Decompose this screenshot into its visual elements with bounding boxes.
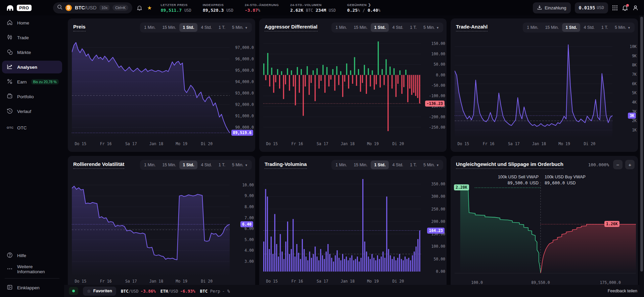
sidebar-item-hilfe[interactable]: Hilfe [2, 249, 62, 262]
tab-1min[interactable]: 1 Min. [523, 23, 542, 32]
zoom-in-button[interactable]: + [625, 160, 635, 169]
svg-text:8.00: 8.00 [244, 204, 254, 209]
ticker-btc-perp[interactable]: BTC Perp- % [200, 289, 230, 294]
sidebar-item-maerkte[interactable]: Märkte [2, 46, 62, 59]
tab-1min[interactable]: 1 Min. [141, 161, 159, 169]
tab-5min[interactable]: 5 Min.▼ [229, 161, 251, 169]
tab-1t[interactable]: 1 T. [407, 23, 420, 32]
svg-text:5.00: 5.00 [244, 237, 254, 242]
tab-15min[interactable]: 15 Min. [159, 161, 179, 169]
trade-anzahl-chart[interactable]: 10K9K8K7K6K5K4K3K2K1KDo 15Fr 16Sa 17Jan … [455, 35, 638, 148]
svg-text:Jan 18: Jan 18 [149, 279, 164, 284]
account-icon[interactable] [632, 5, 639, 11]
connection-status[interactable] [69, 287, 78, 295]
favorite-star-icon[interactable]: ★ [147, 5, 152, 11]
price-alert-bell-icon[interactable] [137, 5, 142, 11]
tab-4std[interactable]: 4 Std. [580, 23, 598, 32]
tab-1t[interactable]: 1 T. [215, 161, 229, 169]
apps-grid-icon[interactable] [612, 5, 618, 11]
sidebar-item-earn[interactable]: Earn Bis zu 20,78 % [2, 75, 62, 88]
scrollbar-thumb[interactable] [640, 17, 643, 272]
tab-5min[interactable]: 5 Min.▼ [420, 23, 443, 32]
tab-4std[interactable]: 4 Std. [197, 23, 215, 32]
sidebar-item-portfolio[interactable]: Portfolio [2, 90, 62, 103]
coins-icon [7, 49, 13, 56]
current-value-badge: 6.40 [240, 221, 253, 227]
tab-1min[interactable]: 1 Min. [141, 23, 159, 32]
tab-15min[interactable]: 15 Min. [159, 23, 179, 32]
aggressor-chart[interactable]: 150.00100.0050.000.00-50.00-100.00-150.0… [263, 35, 447, 148]
tab-5min[interactable]: 5 Min.▼ [420, 161, 443, 169]
svg-text:50.00: 50.00 [433, 257, 445, 261]
tab-1min[interactable]: 1 Min. [332, 161, 350, 169]
svg-text:Mo 19: Mo 19 [367, 279, 379, 284]
feedback-link[interactable]: Feedback teilen [608, 289, 637, 293]
tab-5min[interactable]: 5 Min.▼ [229, 23, 251, 32]
tab-15min[interactable]: 15 Min. [350, 23, 371, 32]
tab-5min[interactable]: 5 Min.▼ [611, 23, 634, 32]
svg-text:10K: 10K [630, 44, 637, 49]
ticker-eth-usd[interactable]: ETH/USD-6.93% [160, 289, 195, 294]
page-scrollbar[interactable] [639, 15, 644, 297]
tab-1std[interactable]: 1 Std. [179, 161, 197, 169]
sidebar-item-trade[interactable]: Trade [2, 31, 62, 44]
svg-text:92,000.0: 92,000.0 [235, 102, 254, 107]
pair-name: BTC/USD [75, 5, 96, 10]
wallet-icon [7, 93, 13, 100]
svg-text:Fr 16: Fr 16 [291, 141, 303, 146]
svg-text:250.00: 250.00 [431, 207, 445, 212]
svg-text:9.00: 9.00 [244, 193, 254, 198]
sidebar-item-otc[interactable]: OTC OTC [2, 121, 62, 134]
sidebar-collapse-button[interactable]: Einklappen [2, 281, 62, 294]
panel-trading-volumina: Trading-Volumina 1 Min.15 Min.1 Std.4 St… [259, 156, 447, 285]
tab-1std[interactable]: 1 Std. [562, 23, 580, 32]
sidebar-item-verlauf[interactable]: Verlauf [2, 105, 62, 118]
orderbook-depth-chart[interactable]: 100.089,550.0175,000.0 [455, 172, 638, 285]
tab-15min[interactable]: 15 Min. [350, 161, 371, 169]
brand[interactable]: PRO [6, 4, 53, 11]
sidebar-item-weitere-informationen[interactable]: Weitere Informationen [2, 263, 62, 276]
deposit-button[interactable]: Einzahlung [533, 2, 570, 13]
tab-1std[interactable]: 1 Std. [371, 161, 389, 169]
svg-text:Do 15: Do 15 [75, 141, 87, 146]
tab-1t[interactable]: 1 T. [407, 161, 420, 169]
tab-4std[interactable]: 4 Std. [197, 161, 215, 169]
chevron-down-icon: ▼ [436, 26, 439, 29]
pair-selector[interactable]: ₿ BTC/USD 10x Ctrl+K [53, 2, 132, 13]
svg-text:4K: 4K [632, 100, 637, 105]
preis-chart[interactable]: 97,000.096,000.095,000.094,000.093,000.0… [72, 35, 255, 148]
tab-1t[interactable]: 1 T. [215, 23, 229, 32]
svg-text:Fr 16: Fr 16 [291, 279, 303, 284]
tab-1std[interactable]: 1 Std. [371, 23, 389, 32]
volumina-chart[interactable]: 350.00300.00250.00200.00150.00100.0050.0… [263, 172, 447, 285]
svg-text:150.00: 150.00 [431, 41, 445, 46]
svg-text:100.00: 100.00 [431, 52, 445, 56]
current-value-badge: 89,519.6 [231, 130, 253, 136]
tab-1t[interactable]: 1 T. [598, 23, 611, 32]
balance-pill[interactable]: 0.0195USD [575, 2, 608, 13]
earn-rate-badge: Bis zu 20,78 % [31, 79, 59, 84]
svg-text:-100.00: -100.00 [429, 94, 446, 98]
svg-text:96,000.0: 96,000.0 [235, 57, 254, 61]
ask-depth-badge: 1.26K [604, 221, 619, 227]
stat-fees[interactable]: GEBÜHREN ❯ 0.25% / 0.40% [347, 3, 380, 13]
tab-4std[interactable]: 4 Std. [389, 23, 407, 32]
sidebar-divider [5, 278, 59, 279]
ticker-btc-usd[interactable]: BTC/USD-3.86% [121, 289, 156, 294]
tab-1min[interactable]: 1 Min. [332, 23, 350, 32]
star-outline-icon: ☆ [87, 289, 91, 294]
sidebar-item-analysen[interactable]: Analysen [2, 61, 62, 73]
tab-4std[interactable]: 4 Std. [389, 161, 407, 169]
volatilitaet-chart[interactable]: 10.009.008.007.006.005.004.003.00Do 15Fr… [72, 172, 255, 285]
svg-text:200.00: 200.00 [431, 219, 445, 224]
svg-text:3.00: 3.00 [244, 259, 254, 264]
orderbook-zoom-level: 100.000% [588, 162, 609, 167]
notifications-bell-icon[interactable] [622, 5, 628, 11]
sidebar-item-home[interactable]: Home [2, 16, 62, 29]
tab-15min[interactable]: 15 Min. [542, 23, 562, 32]
favorites-button[interactable]: ☆ Favoriten [83, 287, 116, 296]
zoom-out-button[interactable]: − [613, 160, 623, 169]
tab-1std[interactable]: 1 Std. [179, 23, 197, 32]
svg-text:Do 15: Do 15 [75, 279, 87, 284]
chevron-down-icon: ▼ [436, 164, 439, 167]
